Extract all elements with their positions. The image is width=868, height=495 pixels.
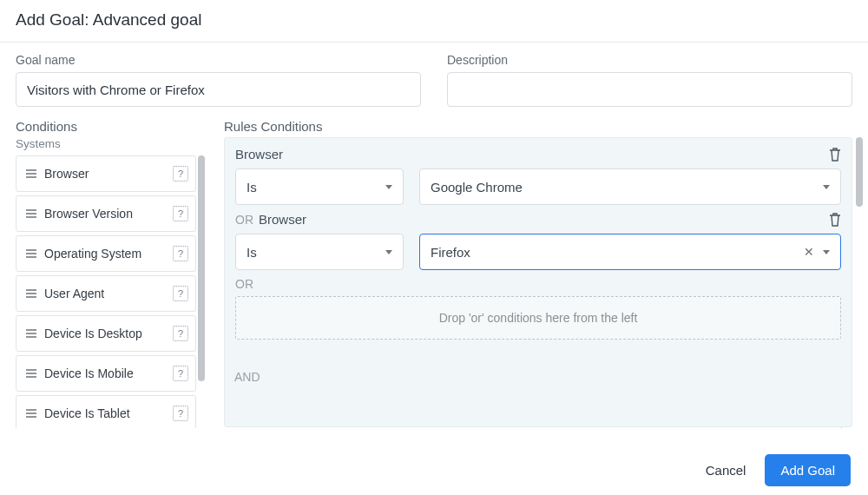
goal-name-input[interactable] — [16, 72, 421, 107]
rule-title: Browser — [235, 147, 829, 162]
scrollbar-thumb[interactable] — [198, 155, 205, 381]
clear-icon[interactable]: ✕ — [804, 245, 814, 259]
dialog-title: Add Goal: Advanced goal — [16, 10, 852, 30]
condition-label: User Agent — [44, 287, 173, 300]
trash-icon[interactable] — [829, 148, 841, 162]
operator-select[interactable]: Is — [235, 168, 404, 205]
condition-device-desktop[interactable]: Device Is Desktop ? — [16, 315, 196, 352]
condition-user-agent[interactable]: User Agent ? — [16, 275, 196, 312]
dialog-footer: Cancel Add Goal — [0, 428, 868, 495]
help-icon[interactable]: ? — [173, 246, 188, 261]
or-drop-zone[interactable]: Drop 'or' conditions here from the left — [235, 296, 841, 340]
condition-operating-system[interactable]: Operating System ? — [16, 235, 196, 272]
help-icon[interactable]: ? — [173, 166, 188, 182]
condition-label: Browser Version — [44, 207, 173, 221]
dialog-header: Add Goal: Advanced goal — [0, 0, 868, 43]
operator-select[interactable]: Is — [235, 234, 404, 270]
drag-handle-icon — [25, 208, 37, 220]
drag-handle-icon — [25, 367, 37, 380]
help-icon[interactable]: ? — [173, 406, 188, 421]
condition-label: Browser — [44, 167, 173, 181]
conditions-scrollbar[interactable] — [198, 155, 207, 428]
rule-or-prefix: OR — [235, 213, 253, 227]
caret-down-icon — [385, 250, 392, 254]
condition-device-mobile[interactable]: Device Is Mobile ? — [16, 355, 196, 392]
rule-group-1: Browser Is — [235, 147, 841, 205]
condition-device-tablet[interactable]: Device Is Tablet ? — [16, 395, 196, 428]
trash-icon[interactable] — [829, 213, 841, 227]
and-label: AND — [224, 370, 852, 384]
drag-handle-icon — [25, 327, 37, 340]
goal-name-label: Goal name — [16, 53, 421, 67]
drag-handle-icon — [25, 248, 37, 260]
caret-down-icon — [823, 185, 830, 189]
rule-group-2: OR Browser Is — [235, 212, 841, 270]
or-drop-hint: Drop 'or' conditions here from the left — [439, 311, 638, 325]
help-icon[interactable]: ? — [173, 326, 188, 341]
description-block: Description — [447, 53, 852, 107]
condition-label: Device Is Desktop — [44, 327, 173, 340]
conditions-column: Conditions Systems Browser ? — [16, 119, 207, 428]
description-label: Description — [447, 53, 852, 67]
condition-browser-version[interactable]: Browser Version ? — [16, 195, 196, 232]
operator-value: Is — [247, 180, 385, 195]
caret-down-icon — [823, 250, 830, 254]
value-select[interactable]: Google Chrome — [419, 168, 841, 205]
or-label: OR — [235, 277, 841, 291]
cancel-button[interactable]: Cancel — [706, 463, 746, 478]
scrollbar-thumb[interactable] — [856, 137, 863, 207]
select-value: Firefox — [431, 245, 804, 260]
rule-title: Browser — [259, 212, 829, 227]
description-input[interactable] — [447, 72, 852, 107]
condition-label: Operating System — [44, 247, 173, 261]
rules-column: Rules Conditions Browser — [224, 119, 852, 428]
add-goal-button[interactable]: Add Goal — [765, 454, 851, 486]
drag-handle-icon — [25, 287, 37, 300]
conditions-title: Conditions — [16, 119, 207, 134]
rules-title: Rules Conditions — [224, 119, 852, 134]
condition-label: Device Is Tablet — [44, 406, 173, 420]
value-select[interactable]: Firefox ✕ — [419, 234, 841, 270]
drag-handle-icon — [25, 407, 37, 419]
help-icon[interactable]: ? — [173, 206, 188, 221]
help-icon[interactable]: ? — [173, 286, 188, 301]
systems-subtitle: Systems — [16, 137, 207, 150]
operator-value: Is — [247, 245, 385, 260]
drag-handle-icon — [25, 168, 37, 180]
condition-browser[interactable]: Browser ? — [16, 155, 196, 192]
condition-label: Device Is Mobile — [44, 366, 173, 380]
caret-down-icon — [385, 185, 392, 189]
help-icon[interactable]: ? — [173, 366, 188, 381]
rules-scrollbar[interactable] — [856, 137, 865, 428]
select-value: Google Chrome — [431, 180, 823, 195]
goal-name-block: Goal name — [16, 53, 421, 107]
